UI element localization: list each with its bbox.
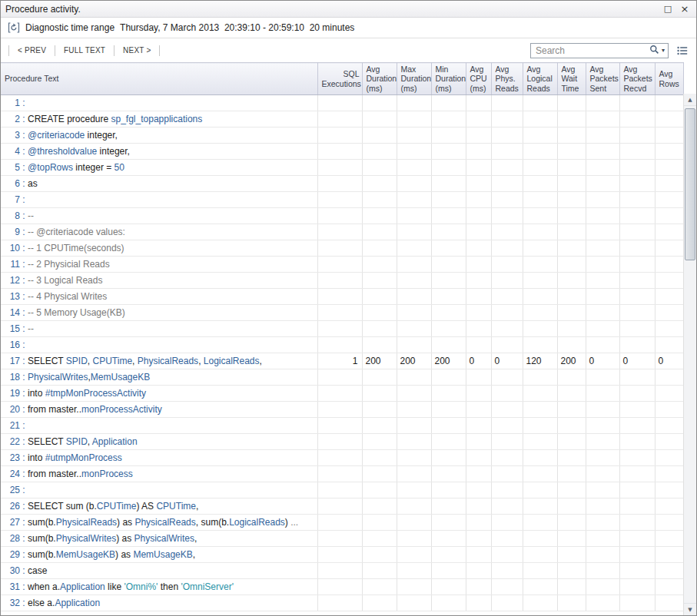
maximize-icon[interactable]: □ [661, 3, 675, 15]
metric-cell [431, 418, 466, 434]
column-header-min-duration-ms[interactable]: Min Duration (ms) [431, 63, 466, 95]
table-row[interactable]: 13 : -- 4 Physical Writes [1, 289, 683, 305]
metric-cell [397, 321, 431, 337]
metric-cell [619, 369, 655, 386]
metric-cell [431, 402, 466, 418]
metric-cell [397, 144, 431, 160]
column-header-procedure-text[interactable]: Procedure Text [1, 63, 317, 95]
table-row[interactable]: 24 : from master..monProcess [1, 466, 683, 482]
table-row[interactable]: 1 : [1, 95, 683, 111]
code-segment: integer = [73, 162, 115, 173]
column-header-avg-logical-reads[interactable]: Avg Logical Reads [523, 63, 557, 95]
metric-cell [655, 273, 683, 289]
table-row[interactable]: 17 : SELECT SPID, CPUTime, PhysicalReads… [1, 353, 683, 369]
table-row[interactable]: 9 : -- @criteriacode values: [1, 224, 683, 240]
metric-cell [655, 208, 683, 224]
column-header-avg-packets-recvd[interactable]: Avg Packets Recvd [619, 63, 655, 95]
metric-cell [317, 289, 362, 305]
toolbar-separator [55, 45, 55, 56]
metric-cell [466, 434, 491, 450]
table-row[interactable]: 28 : sum(b.PhysicalWrites) as PhysicalWr… [1, 531, 683, 547]
search-input[interactable] [536, 45, 649, 56]
scrollbar-thumb[interactable] [685, 108, 695, 260]
metric-cell [491, 402, 523, 418]
column-header-avg-rows[interactable]: Avg Rows [655, 63, 683, 95]
table-row[interactable]: 23 : into #utmpMonProcess [1, 450, 683, 466]
table-row[interactable]: 5 : @topRows integer = 50 [1, 160, 683, 176]
metric-cell [431, 192, 466, 208]
metric-cell [397, 337, 431, 353]
metric-cell [655, 402, 683, 418]
close-icon[interactable]: × [678, 3, 692, 15]
metric-cell [619, 273, 655, 289]
line-number: 5 [5, 162, 20, 173]
code-segment: , [196, 501, 198, 512]
metric-cell [491, 128, 523, 144]
table-row[interactable]: 15 : -- [1, 321, 683, 337]
column-header-avg-wait-time[interactable]: Avg Wait Time [557, 63, 586, 95]
metric-cell [619, 450, 655, 466]
column-header-avg-packets-sent[interactable]: Avg Packets Sent [586, 63, 619, 95]
metric-cell [491, 482, 523, 498]
table-row[interactable]: 2 : CREATE procedure sp_fgl_topapplicati… [1, 111, 683, 128]
metric-cell [362, 547, 397, 563]
column-header-avg-cpu-ms[interactable]: Avg CPU (ms) [466, 63, 491, 95]
metric-cell [557, 321, 586, 337]
code-segment: into [28, 388, 45, 399]
full-text-button[interactable]: FULL TEXT [57, 44, 112, 57]
table-row[interactable]: 19 : into #tmpMonProcessActivity [1, 386, 683, 402]
table-row[interactable]: 10 : -- 1 CPUTime(seconds) [1, 240, 683, 257]
table-row[interactable]: 29 : sum(b.MemUsageKB) as MemUsageKB, [1, 547, 683, 563]
metric-cell [523, 240, 557, 257]
table-row[interactable]: 27 : sum(b.PhysicalReads) as PhysicalRea… [1, 515, 683, 531]
table-row[interactable]: 31 : when a.Application like 'Omni%' the… [1, 579, 683, 595]
table-row[interactable]: 3 : @criteriacode integer, [1, 128, 683, 144]
scroll-down-icon[interactable]: ▼ [684, 603, 696, 615]
metric-cell [491, 369, 523, 386]
search-dropdown-icon[interactable]: ▾ [662, 47, 665, 54]
code-segment: SELECT [28, 356, 66, 366]
metric-cell [523, 595, 557, 611]
metric-cell: 200 [362, 353, 397, 369]
table-row[interactable]: 30 : case [1, 563, 683, 579]
metric-cell [397, 418, 431, 434]
table-row[interactable]: 20 : from master..monProcessActivity [1, 402, 683, 418]
table-row[interactable]: 18 : PhysicalWrites,MemUsageKB [1, 369, 683, 386]
search-icon[interactable] [649, 44, 659, 58]
table-row[interactable]: 14 : -- 5 Memory Usage(KB) [1, 305, 683, 321]
code-segment: sum(b. [28, 549, 56, 560]
metric-cell [466, 257, 491, 273]
column-header-max-duration-ms[interactable]: Max Duration (ms) [397, 63, 431, 95]
table-row[interactable]: 32 : else a.Application [1, 595, 683, 611]
next-button[interactable]: NEXT > [116, 44, 158, 57]
table-row[interactable]: 11 : -- 2 Physicial Reads [1, 257, 683, 273]
vertical-scrollbar[interactable]: ▲ ▼ [683, 94, 696, 615]
column-header-avg-duration-ms[interactable]: Avg Duration (ms) [362, 63, 397, 95]
table-row[interactable]: 21 : [1, 418, 683, 434]
metric-cell [362, 369, 397, 386]
metric-cell [491, 240, 523, 257]
table-row[interactable]: 25 : [1, 482, 683, 498]
scroll-up-icon[interactable]: ▲ [684, 94, 696, 106]
metric-cell [619, 434, 655, 450]
table-row[interactable]: 8 : -- [1, 208, 683, 224]
prev-button[interactable]: < PREV [11, 44, 53, 57]
code-segment: SPID [66, 436, 88, 447]
metric-cell [431, 450, 466, 466]
column-chooser-icon[interactable] [675, 44, 690, 58]
metric-cell [619, 482, 655, 498]
table-row[interactable]: 7 : [1, 192, 683, 208]
metric-cell [397, 466, 431, 482]
table-row[interactable]: 12 : -- 3 Logical Reads [1, 273, 683, 289]
table-row[interactable]: 4 : @thresholdvalue integer, [1, 144, 683, 160]
table-row[interactable]: 16 : [1, 337, 683, 353]
diagnostic-time-icon[interactable] [8, 22, 20, 33]
metric-cell [466, 498, 491, 515]
table-row[interactable]: 6 : as [1, 176, 683, 192]
table-row[interactable]: 26 : SELECT sum (b.CPUTime) AS CPUTime, [1, 498, 683, 515]
column-header-avg-phys-reads[interactable]: Avg Phys. Reads [491, 63, 523, 95]
table-row[interactable]: 22 : SELECT SPID, Application [1, 434, 683, 450]
code-segment: 50 [115, 162, 124, 173]
column-header-sql-executions[interactable]: SQL Executions [317, 63, 362, 95]
metric-cell: 0 [655, 353, 683, 369]
